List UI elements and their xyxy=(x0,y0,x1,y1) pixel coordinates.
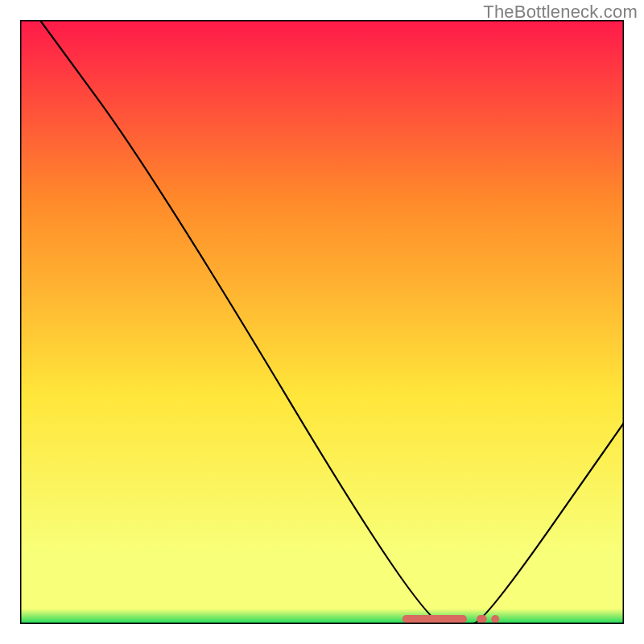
plot-area xyxy=(20,20,624,624)
optimal-band-point xyxy=(491,615,499,623)
optimal-band-segment xyxy=(477,615,487,623)
gradient-background xyxy=(20,20,624,624)
chart-svg xyxy=(20,20,624,624)
optimal-band-segment xyxy=(402,615,467,623)
chart-canvas: TheBottleneck.com xyxy=(0,0,644,644)
